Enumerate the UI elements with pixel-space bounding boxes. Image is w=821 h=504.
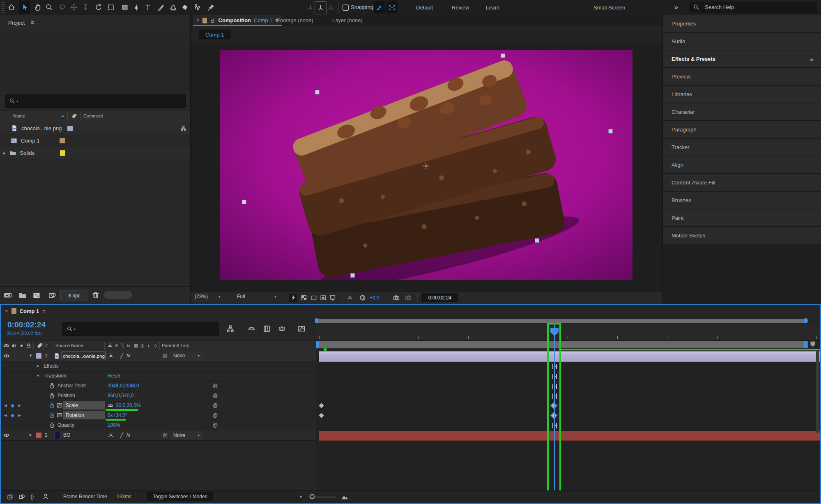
eye-icon[interactable] — [3, 432, 10, 439]
expand-layers-icon[interactable] — [7, 493, 14, 500]
panel-preview[interactable]: Preview — [663, 68, 821, 85]
layer-label-swatch[interactable] — [36, 433, 41, 438]
tab-doc-name[interactable]: Comp 1 — [254, 17, 273, 23]
scale-link-icon[interactable] — [107, 402, 114, 409]
track-area[interactable] — [316, 351, 820, 490]
property-pickwhip-icon[interactable]: @ — [213, 422, 218, 428]
property-row-opacity[interactable]: Opacity 100% @ — [1, 421, 316, 431]
property-pickwhip-icon[interactable]: @ — [213, 383, 218, 389]
show-snapshot-icon[interactable] — [405, 294, 412, 301]
tab-layer[interactable]: Layer (none) — [328, 15, 367, 25]
close-tab-icon[interactable]: × — [196, 17, 200, 23]
comp-marker-bin-icon[interactable] — [809, 340, 817, 348]
layer-handle[interactable] — [242, 200, 246, 204]
property-row-position[interactable]: Position 960,0,540,0 @ — [1, 391, 316, 401]
layer-handle[interactable] — [535, 238, 539, 243]
expand-chevron-icon[interactable]: ▾ — [37, 373, 39, 378]
expressions-icon[interactable]: {} — [30, 493, 34, 499]
graph-toggle-icon[interactable] — [56, 412, 63, 419]
selection-tool[interactable] — [19, 1, 30, 14]
fx-switch[interactable]: fx — [126, 432, 130, 438]
render-engine-icon[interactable] — [48, 291, 57, 300]
zoom-out-mountain-icon[interactable]: ▲ — [299, 494, 303, 498]
parent-pickwhip-icon[interactable]: @ — [163, 353, 168, 359]
channel-rgb-icon[interactable] — [346, 294, 354, 301]
transform-group-row[interactable]: ▾ Transform Reset — [1, 371, 316, 382]
grid-guides-icon[interactable] — [329, 294, 336, 301]
hand-tool[interactable] — [32, 1, 43, 14]
property-pickwhip-icon[interactable]: @ — [213, 403, 218, 408]
expand-chevron-icon[interactable]: ▸ — [30, 432, 32, 437]
view-axis-mode[interactable] — [325, 1, 336, 14]
rectangle-tool[interactable] — [119, 1, 130, 14]
graph-toggle-icon[interactable] — [56, 402, 63, 409]
work-area-end-handle[interactable] — [804, 341, 807, 348]
panel-align[interactable]: Align — [663, 156, 821, 174]
timeline-v-scrollbar[interactable] — [816, 351, 819, 433]
property-row-anchor-point[interactable]: Anchor Point 2048,0,2048,0 @ — [1, 381, 316, 391]
layer-name-box[interactable]: chocola...ownie.png — [62, 352, 106, 360]
stopwatch-icon[interactable] — [48, 392, 55, 399]
column-name[interactable]: Name — [13, 113, 25, 118]
shy-layers-icon[interactable] — [247, 324, 256, 333]
zoom-tool[interactable] — [44, 1, 55, 14]
panel-brushes[interactable]: Brushes — [663, 192, 821, 209]
layer-handle[interactable] — [315, 90, 320, 94]
magnification-dropdown[interactable]: (73%) ▾ — [195, 294, 221, 299]
prev-keyframe-arrow[interactable]: ◀ — [4, 403, 7, 407]
tab-footage[interactable]: Footage (none) — [273, 15, 317, 25]
panel-motion-sketch[interactable]: Motion Sketch — [663, 227, 821, 244]
layer1-duration-bar[interactable] — [319, 351, 820, 362]
toggle-switches-modes-button[interactable]: Toggle Switches / Modes — [147, 492, 213, 501]
property-value[interactable]: 2048,0,2048,0 — [108, 383, 139, 389]
transparency-grid-icon[interactable] — [300, 294, 308, 301]
timeline-search-field[interactable]: ▾ — [62, 322, 219, 336]
panel-character[interactable]: Character — [663, 104, 821, 121]
label-swatch[interactable] — [60, 138, 65, 143]
project-search-field[interactable]: ▾ — [5, 94, 186, 108]
new-folder-icon[interactable] — [18, 291, 27, 300]
graph-editor-icon[interactable] — [297, 324, 306, 333]
parent-dropdown[interactable]: None ▾ — [170, 352, 203, 360]
search-dropdown-arrow[interactable]: ▾ — [16, 99, 18, 103]
panel-menu-icon[interactable]: ≡ — [810, 55, 814, 62]
stopwatch-icon[interactable] — [48, 382, 55, 389]
eye-icon[interactable] — [3, 352, 10, 359]
column-comment[interactable]: Comment — [83, 113, 103, 118]
property-value[interactable]: 960,0,540,0 — [108, 393, 133, 398]
panel-menu-icon[interactable]: ≡ — [30, 19, 34, 26]
bit-depth-button[interactable]: 8 bpc — [60, 290, 88, 301]
lock-open-icon[interactable] — [210, 18, 216, 23]
keyframe-toggle[interactable]: ◆ — [11, 412, 14, 418]
keyframe-toggle[interactable]: ◆ — [11, 403, 14, 408]
layer-handle[interactable] — [608, 129, 613, 133]
puppet-pin-tool[interactable] — [205, 1, 216, 14]
fast-preview-icon[interactable] — [289, 294, 297, 302]
brush-tool[interactable] — [155, 1, 166, 14]
dolly-camera-tool[interactable] — [80, 1, 91, 14]
clone-stamp-tool[interactable] — [168, 1, 179, 14]
local-axis-mode[interactable] — [305, 1, 316, 14]
time-ruler[interactable]: 0:00f 00:30f 01:00f 01:30f 02:00f 02:30f… — [316, 324, 820, 341]
next-keyframe-arrow[interactable]: ▶ — [18, 403, 21, 407]
panel-paragraph[interactable]: Paragraph — [663, 121, 821, 138]
snapping-checkbox[interactable] — [343, 5, 349, 11]
search-dropdown-arrow[interactable]: ▾ — [74, 327, 76, 331]
type-tool[interactable] — [142, 1, 153, 14]
project-item-name[interactable]: chocola...nie.png — [21, 125, 62, 131]
snap-features-toggle[interactable] — [386, 1, 398, 14]
motion-blur-icon[interactable] — [278, 324, 286, 333]
interpret-footage-icon[interactable] — [3, 291, 12, 300]
parent-pickwhip-icon[interactable]: @ — [163, 432, 168, 438]
property-name[interactable]: Position — [57, 393, 75, 398]
label-swatch[interactable] — [67, 126, 73, 131]
zoom-in-mountain-icon[interactable] — [341, 493, 349, 501]
layer-name[interactable]: BG — [63, 432, 70, 438]
project-item-comp[interactable]: Comp 1 — [0, 134, 190, 147]
composition-mini-flowchart-icon[interactable] — [226, 324, 235, 333]
anchor-point-marker[interactable] — [423, 163, 429, 169]
label-swatch[interactable] — [60, 150, 65, 156]
next-keyframe-arrow[interactable]: ▶ — [18, 413, 21, 417]
fx-switch[interactable]: fx — [126, 353, 130, 359]
workspace-tab-learn[interactable]: Learn — [486, 0, 499, 15]
